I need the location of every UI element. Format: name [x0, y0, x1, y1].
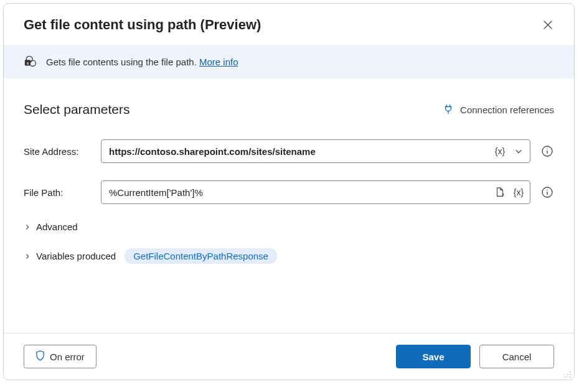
chevron-right-icon — [24, 223, 31, 231]
insert-variable-button[interactable]: {x} — [511, 185, 526, 200]
svg-point-7 — [547, 190, 547, 190]
advanced-section-toggle[interactable]: Advanced — [24, 222, 554, 232]
variable-chip[interactable]: GetFileContentByPathResponse — [125, 248, 277, 264]
dialog-header: Get file content using path (Preview) — [4, 4, 574, 45]
footer-actions: Save Cancel — [396, 345, 554, 368]
file-path-info-button[interactable] — [540, 185, 554, 199]
action-config-dialog: Get file content using path (Preview) S … — [3, 3, 575, 380]
file-path-row: File Path: {x} — [24, 180, 554, 204]
banner-text: Gets file contents using the file path. … — [46, 57, 238, 67]
banner-description: Gets file contents using the file path. — [46, 57, 199, 67]
site-address-row: Site Address: {x} — [24, 139, 554, 163]
connection-references-button[interactable]: Connection references — [444, 103, 554, 116]
file-path-input[interactable] — [109, 187, 492, 198]
dialog-content: Select parameters Connection references … — [4, 78, 574, 333]
variables-produced-toggle[interactable]: Variables produced GetFileContentByPathR… — [24, 248, 554, 264]
section-title: Select parameters — [24, 102, 129, 117]
info-banner: S Gets file contents using the file path… — [4, 45, 574, 78]
svg-point-11 — [565, 376, 566, 378]
chevron-down-icon — [514, 147, 523, 156]
svg-point-12 — [567, 376, 568, 378]
file-path-label: File Path: — [24, 187, 91, 198]
svg-point-10 — [570, 374, 571, 375]
dialog-footer: On error Save Cancel — [4, 333, 574, 380]
info-icon — [541, 186, 553, 198]
plug-icon — [444, 103, 453, 116]
svg-point-8 — [570, 371, 571, 373]
dropdown-button[interactable] — [511, 144, 526, 159]
shield-icon — [35, 350, 45, 363]
file-picker-button[interactable] — [492, 185, 507, 200]
variable-token-icon: {x} — [514, 187, 524, 197]
svg-point-1 — [30, 60, 35, 66]
more-info-link[interactable]: More info — [199, 57, 238, 67]
file-arrow-icon — [494, 187, 506, 198]
info-icon — [541, 145, 553, 157]
site-address-input[interactable] — [109, 146, 492, 157]
save-button[interactable]: Save — [396, 345, 471, 368]
site-address-info-button[interactable] — [540, 144, 554, 158]
svg-point-13 — [570, 376, 571, 378]
resize-grip[interactable] — [564, 370, 573, 378]
advanced-label: Advanced — [36, 222, 78, 232]
on-error-label: On error — [50, 352, 85, 362]
site-address-input-wrapper[interactable]: {x} — [101, 139, 530, 163]
sharepoint-icon: S — [24, 55, 37, 68]
close-button[interactable] — [539, 16, 557, 34]
site-address-input-icons: {x} — [492, 144, 526, 159]
variable-token-icon: {x} — [495, 146, 505, 156]
on-error-button[interactable]: On error — [24, 345, 96, 368]
section-header: Select parameters Connection references — [24, 102, 554, 117]
file-path-input-wrapper[interactable]: {x} — [101, 180, 530, 204]
cancel-button[interactable]: Cancel — [479, 345, 554, 368]
svg-text:S: S — [27, 61, 29, 65]
chevron-right-icon — [24, 253, 31, 260]
svg-point-5 — [547, 149, 547, 149]
svg-point-9 — [567, 374, 568, 375]
dialog-title: Get file content using path (Preview) — [24, 17, 261, 33]
variables-produced-label: Variables produced — [36, 251, 116, 261]
site-address-label: Site Address: — [24, 146, 91, 157]
connection-references-label: Connection references — [460, 105, 554, 115]
close-icon — [543, 20, 553, 30]
file-path-input-icons: {x} — [492, 185, 526, 200]
insert-variable-button[interactable]: {x} — [492, 144, 507, 159]
